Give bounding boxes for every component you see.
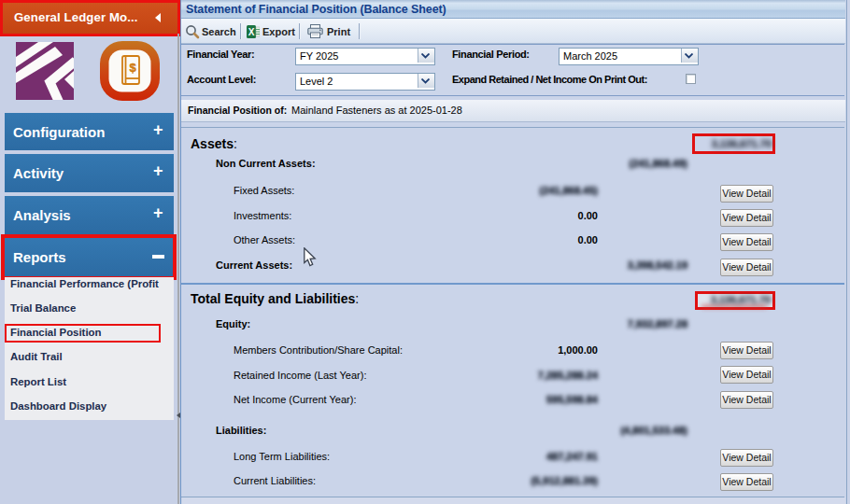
svg-text:$: $ <box>129 61 136 75</box>
svg-text:X: X <box>248 27 255 37</box>
